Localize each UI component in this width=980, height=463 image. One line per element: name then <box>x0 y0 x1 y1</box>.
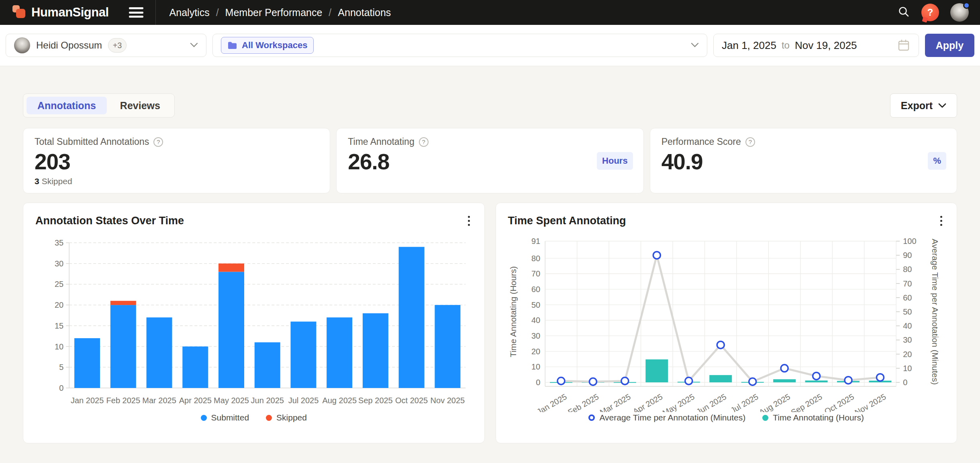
legend-item-submitted[interactable]: Submitted <box>201 413 249 422</box>
svg-text:Apr 2025: Apr 2025 <box>179 396 212 405</box>
legend-label: Time Annotating (Hours) <box>773 413 864 422</box>
annotation-states-chart: 05101520253035Jan 2025Feb 2025Mar 2025Ap… <box>35 232 472 412</box>
svg-text:Jan 2025: Jan 2025 <box>71 396 104 405</box>
legend-ring-avg-time <box>588 414 595 421</box>
date-end: Nov 19, 2025 <box>795 39 857 52</box>
legend-item-avg-time[interactable]: Average Time per Annotation (Minutes) <box>588 413 745 422</box>
member-avatar <box>14 37 30 53</box>
legend-item-skipped[interactable]: Skipped <box>266 413 307 422</box>
navbar-divider <box>155 0 156 25</box>
svg-text:Nov 2025: Nov 2025 <box>853 392 887 412</box>
kebab-menu-icon[interactable] <box>938 213 945 228</box>
svg-text:Mar 2025: Mar 2025 <box>142 396 176 405</box>
svg-text:Aug 2025: Aug 2025 <box>757 392 791 412</box>
tab-reviews[interactable]: Reviews <box>109 97 171 114</box>
svg-text:5: 5 <box>59 363 63 372</box>
stat-unit-badge: Hours <box>597 152 633 170</box>
date-start: Jan 1, 2025 <box>722 39 776 52</box>
workspace-chip-label: All Workspaces <box>242 40 307 51</box>
help-circle-icon[interactable]: ? <box>745 137 755 147</box>
svg-text:50: 50 <box>903 307 912 316</box>
svg-text:May 2025: May 2025 <box>214 396 249 405</box>
search-icon[interactable] <box>897 5 910 20</box>
svg-text:Jul 2025: Jul 2025 <box>288 396 319 405</box>
svg-text:Jan 2025: Jan 2025 <box>535 392 568 412</box>
workspace-select[interactable]: All Workspaces <box>212 34 707 57</box>
svg-text:0: 0 <box>536 378 540 387</box>
svg-text:100: 100 <box>903 237 916 246</box>
date-range-picker[interactable]: Jan 1, 2025 to Nov 19, 2025 <box>713 34 919 57</box>
member-select[interactable]: Heidi Opossum +3 <box>6 34 206 57</box>
svg-text:91: 91 <box>531 237 540 246</box>
svg-text:Jun 2025: Jun 2025 <box>694 392 727 412</box>
svg-text:60: 60 <box>903 293 912 302</box>
breadcrumb-separator: / <box>329 7 331 18</box>
export-button[interactable]: Export <box>890 93 957 118</box>
brand-name: HumanSignal <box>31 5 109 20</box>
svg-text:Mar 2025: Mar 2025 <box>598 392 632 412</box>
legend-dot-submitted <box>201 415 207 421</box>
user-avatar[interactable] <box>950 3 969 22</box>
hamburger-menu-icon[interactable] <box>129 7 143 18</box>
member-name: Heidi Opossum <box>36 40 102 51</box>
export-button-label: Export <box>901 100 933 112</box>
breadcrumb-analytics[interactable]: Analytics <box>169 7 210 18</box>
svg-text:Oct 2025: Oct 2025 <box>823 392 855 412</box>
svg-text:0: 0 <box>59 384 63 392</box>
legend-item-time-annotating[interactable]: Time Annotating (Hours) <box>762 413 864 422</box>
svg-text:Apr 2025: Apr 2025 <box>631 392 664 412</box>
stat-footnote: 3Skipped <box>35 177 72 186</box>
chart-title: Annotation States Over Time <box>35 215 184 227</box>
svg-text:30: 30 <box>903 335 912 344</box>
svg-text:Feb 2025: Feb 2025 <box>566 392 600 412</box>
tab-group: Annotations Reviews <box>23 93 175 118</box>
svg-text:15: 15 <box>55 321 63 330</box>
svg-text:Sep 2025: Sep 2025 <box>789 392 823 412</box>
stat-card-performance-score: Performance Score ? 40.9 % <box>650 128 957 193</box>
svg-text:80: 80 <box>531 254 540 263</box>
svg-text:30: 30 <box>55 259 63 268</box>
svg-text:Nov 2025: Nov 2025 <box>431 396 465 405</box>
svg-text:10: 10 <box>903 364 912 373</box>
svg-text:80: 80 <box>903 265 912 274</box>
chart-card-time-spent: Time Spent Annotating 010203040506070809… <box>496 203 958 443</box>
status-dot <box>963 2 970 9</box>
chevron-down-icon <box>691 42 699 49</box>
breadcrumb-annotations: Annotations <box>338 7 391 18</box>
workspace-chip[interactable]: All Workspaces <box>221 37 314 54</box>
chart-card-annotation-states: Annotation States Over Time 051015202530… <box>23 203 485 443</box>
help-bubble-icon[interactable]: ? <box>921 4 939 21</box>
chart-legend: Submitted Skipped <box>35 413 472 422</box>
svg-text:70: 70 <box>531 269 540 278</box>
svg-text:Sep 2025: Sep 2025 <box>358 396 393 405</box>
filter-bar: Heidi Opossum +3 All Workspaces Jan 1, 2… <box>0 25 980 66</box>
help-circle-icon[interactable]: ? <box>419 137 429 147</box>
breadcrumb-separator: / <box>216 7 219 18</box>
stat-footnote-value: 3 <box>35 177 39 186</box>
humansignal-logo-icon <box>11 4 27 21</box>
legend-label: Skipped <box>276 413 307 422</box>
svg-text:40: 40 <box>903 321 912 330</box>
folder-icon <box>227 41 237 50</box>
stat-value: 26.8 <box>348 149 632 175</box>
svg-text:70: 70 <box>903 279 912 288</box>
svg-text:Jul 2025: Jul 2025 <box>729 392 760 412</box>
tab-annotations[interactable]: Annotations <box>27 97 107 114</box>
kebab-menu-icon[interactable] <box>466 213 472 228</box>
svg-text:20: 20 <box>531 347 540 356</box>
svg-text:Aug 2025: Aug 2025 <box>322 396 357 405</box>
svg-text:90: 90 <box>903 251 912 260</box>
svg-text:10: 10 <box>531 362 540 371</box>
apply-button[interactable]: Apply <box>925 34 974 57</box>
legend-dot-skipped <box>266 415 272 421</box>
breadcrumb-member-performance[interactable]: Member Performance <box>225 7 323 18</box>
svg-text:0: 0 <box>903 378 907 387</box>
date-separator: to <box>782 40 790 51</box>
stat-title: Time Annotating <box>348 136 414 147</box>
help-circle-icon[interactable]: ? <box>153 137 163 147</box>
svg-text:35: 35 <box>55 238 63 247</box>
legend-label: Average Time per Annotation (Minutes) <box>599 413 745 422</box>
chevron-down-icon <box>190 42 198 49</box>
svg-text:Feb 2025: Feb 2025 <box>106 396 141 405</box>
brand-logo[interactable]: HumanSignal <box>11 4 109 21</box>
